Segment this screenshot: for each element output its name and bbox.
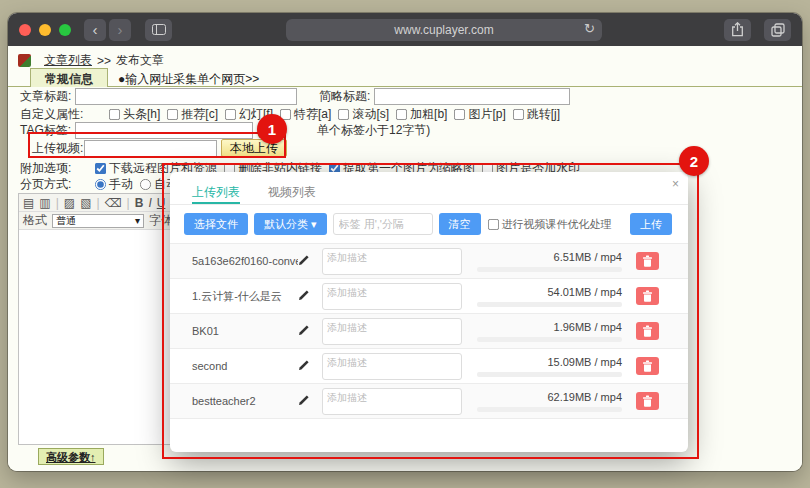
address-bar[interactable]: www.cuplayer.com ↻ (286, 19, 602, 41)
progress-bar (477, 302, 622, 307)
sidebar-button[interactable] (145, 19, 172, 41)
underline-button[interactable]: U (157, 196, 166, 210)
tab-upload-list[interactable]: 上传列表 (192, 184, 240, 204)
annotation-marker-1: 1 (257, 114, 287, 144)
upload-button[interactable]: 上传 (630, 213, 672, 235)
file-progress-block: 62.19MB / mp4 (472, 390, 622, 412)
collect-url-link[interactable]: ●输入网址采集单个网页>> (118, 71, 259, 88)
attr-checkbox[interactable]: 头条[h] (108, 106, 160, 123)
progress-bar (477, 372, 622, 377)
extra-options-label: 附加选项: (20, 160, 94, 177)
file-description-input[interactable] (322, 318, 462, 345)
file-description-input[interactable] (322, 283, 462, 310)
paste-word-icon[interactable]: ▧ (80, 196, 91, 210)
pencil-icon[interactable] (298, 254, 322, 269)
progress-bar (477, 407, 622, 412)
choose-file-button[interactable]: 选择文件 (184, 213, 248, 235)
upload-video-input[interactable] (84, 140, 217, 157)
close-window-button[interactable] (19, 24, 31, 36)
file-size: 6.51MB / mp4 (554, 251, 622, 263)
brief-title-input[interactable] (374, 88, 570, 105)
file-progress-block: 6.51MB / mp4 (472, 250, 622, 272)
file-size: 1.96MB / mp4 (554, 321, 622, 333)
modal-toolbar: 选择文件 默认分类 ▾ 清空 进行视频课件优化处理 上传 (170, 205, 688, 243)
progress-bar (477, 337, 622, 342)
site-logo-icon (18, 54, 31, 67)
delete-file-button[interactable] (636, 252, 659, 270)
modal-tag-input[interactable] (333, 213, 433, 235)
file-size: 62.19MB / mp4 (547, 391, 622, 403)
file-list: 5a163e62f0160-converted 6.51MB / mp4 1.云… (170, 243, 688, 419)
file-description-input[interactable] (322, 353, 462, 380)
chevron-down-icon: ▾ (135, 215, 140, 226)
browser-titlebar: ‹ › www.cuplayer.com ↻ (8, 13, 802, 46)
reload-icon[interactable]: ↻ (584, 21, 595, 36)
file-row: bestteacher2 62.19MB / mp4 (170, 384, 688, 419)
file-progress-block: 15.09MB / mp4 (472, 355, 622, 377)
optimize-checkbox[interactable]: 进行视频课件优化处理 (487, 217, 612, 232)
attr-checkbox[interactable]: 跳转[j] (512, 106, 560, 123)
paging-manual-radio[interactable]: 手动 (94, 176, 133, 193)
attr-checkbox[interactable]: 滚动[s] (337, 106, 389, 123)
tag-input[interactable] (75, 122, 253, 139)
page-tab-row: 常规信息 ●输入网址采集单个网页>> (8, 68, 802, 87)
upload-modal: × 上传列表 视频列表 选择文件 默认分类 ▾ 清空 进行视频课件优化处理 上传… (170, 172, 688, 452)
modal-tab-row: 上传列表 视频列表 (170, 172, 688, 205)
article-title-row: 文章标题: 简略标题: (8, 88, 802, 105)
custom-attrs-row: 自定义属性: 头条[h]推荐[c]幻灯[f]特荐[a]滚动[s]加粗[b]图片[… (8, 106, 802, 123)
breadcrumb-separator: >> (97, 54, 111, 68)
clear-button[interactable]: 清空 (439, 213, 481, 235)
paste-icon[interactable]: ▨ (64, 196, 75, 210)
format-select[interactable]: 普通 ▾ (52, 214, 144, 228)
attr-checkbox[interactable]: 图片[p] (453, 106, 505, 123)
tab-general-info[interactable]: 常规信息 (30, 68, 108, 87)
pencil-icon[interactable] (298, 359, 322, 374)
tabs-icon (771, 23, 785, 37)
attr-checkbox[interactable]: 推荐[c] (166, 106, 218, 123)
back-button[interactable]: ‹ (84, 19, 106, 41)
share-button[interactable] (724, 19, 751, 41)
pencil-icon[interactable] (298, 289, 322, 304)
bold-button[interactable]: B (135, 196, 144, 210)
file-name: bestteacher2 (192, 395, 298, 407)
sidebar-icon (152, 24, 166, 35)
format-label: 格式 (23, 212, 47, 229)
trash-icon (642, 360, 653, 372)
tab-video-list[interactable]: 视频列表 (268, 184, 316, 204)
tag-hint: 单个标签小于12字节) (317, 122, 430, 139)
attr-checkbox[interactable]: 加粗[b] (395, 106, 447, 123)
file-progress-block: 54.01MB / mp4 (472, 285, 622, 307)
trash-icon (642, 325, 653, 337)
file-description-input[interactable] (322, 388, 462, 415)
pencil-icon[interactable] (298, 324, 322, 339)
custom-attrs-list: 头条[h]推荐[c]幻灯[f]特荐[a]滚动[s]加粗[b]图片[p]跳转[j] (108, 106, 566, 123)
forward-icon: › (118, 22, 123, 37)
pencil-icon[interactable] (298, 394, 322, 409)
italic-button[interactable]: I (148, 196, 151, 210)
file-name: 1.云计算-什么是云 (192, 289, 298, 304)
advanced-params-button[interactable]: 高级参数↑ (38, 448, 104, 465)
brief-title-label: 简略标题: (319, 88, 370, 105)
file-description-input[interactable] (322, 248, 462, 275)
default-category-dropdown[interactable]: 默认分类 ▾ (254, 213, 327, 235)
preview-icon[interactable]: ▥ (39, 196, 50, 210)
file-row: BK01 1.96MB / mp4 (170, 314, 688, 349)
eraser-icon[interactable]: ⌫ (105, 196, 122, 210)
traffic-lights (19, 24, 71, 36)
tabs-overview-button[interactable] (764, 19, 791, 41)
forward-button[interactable]: › (109, 19, 131, 41)
delete-file-button[interactable] (636, 392, 659, 410)
optimize-label: 进行视频课件优化处理 (502, 217, 612, 232)
source-icon[interactable]: ▤ (23, 196, 34, 210)
minimize-window-button[interactable] (39, 24, 51, 36)
delete-file-button[interactable] (636, 357, 659, 375)
zoom-window-button[interactable] (59, 24, 71, 36)
annotation-marker-2: 2 (679, 146, 709, 176)
article-title-input[interactable] (75, 88, 297, 105)
custom-attrs-label: 自定义属性: (20, 106, 108, 123)
trash-icon (642, 255, 653, 267)
breadcrumb-article-list-link[interactable]: 文章列表 (44, 52, 92, 69)
delete-file-button[interactable] (636, 322, 659, 340)
delete-file-button[interactable] (636, 287, 659, 305)
attr-checkbox[interactable]: 特荐[a] (279, 106, 331, 123)
